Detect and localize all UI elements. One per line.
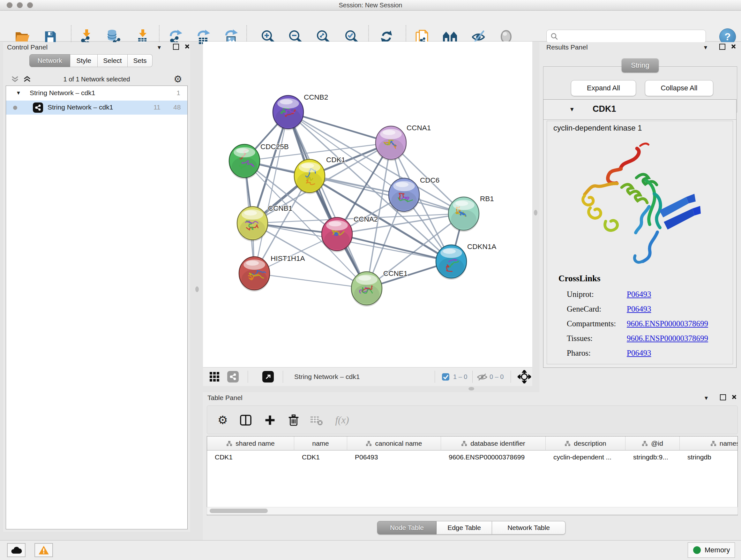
crosslink-link-1[interactable]: P06493 (627, 305, 651, 314)
table-cell[interactable]: CDK1 (207, 450, 294, 464)
node-CDC25B[interactable] (229, 144, 260, 179)
table-cell[interactable]: CDK1 (294, 450, 347, 464)
table-cell[interactable]: stringdb (680, 450, 738, 464)
node-CCNB1[interactable] (237, 206, 268, 241)
network-graph: CCNB2 CCNA1 CDC25B CDK1 (203, 42, 532, 367)
column-header-shared-name[interactable]: shared name (207, 436, 294, 450)
column-tree-icon (366, 441, 372, 446)
close-panel-icon[interactable] (731, 394, 737, 400)
tree-expander-icon[interactable]: ▾ (17, 89, 20, 97)
crosslink-link-2[interactable]: 9606.ENSP00000378699 (627, 319, 708, 328)
function-builder-button[interactable]: f(x) (331, 413, 353, 428)
table-cell[interactable]: 9606.ENSP00000378699 (441, 450, 546, 464)
node-CCNB2[interactable] (273, 96, 304, 130)
warning-status-button[interactable] (35, 543, 53, 557)
table-cell[interactable]: stringdb:9... (625, 450, 680, 464)
tab-sets[interactable]: Sets (128, 54, 152, 67)
hidden-toggle[interactable] (477, 373, 488, 381)
collapse-panel-button[interactable]: ▾ (704, 44, 707, 51)
crosslink-link-3[interactable]: 9606.ENSP00000378699 (627, 334, 708, 343)
gear-icon[interactable]: ⚙ (174, 73, 182, 85)
fx-label: f(x) (335, 415, 349, 426)
edge-CCNB2-HIST1H1A[interactable] (254, 112, 288, 273)
network-canvas[interactable]: CCNB2 CCNA1 CDC25B CDK1 (203, 42, 532, 367)
node-table: shared namename canonical name database … (207, 436, 738, 515)
crosslink-link-4[interactable]: P06493 (627, 349, 651, 358)
collapse-panel-button[interactable]: ▾ (704, 395, 708, 401)
column-header-label: description (574, 440, 606, 447)
right-splitter-handle[interactable] (534, 210, 537, 215)
external-arrow-icon (265, 374, 271, 380)
crosslink-link-0[interactable]: P06493 (627, 290, 651, 299)
table-panel: Table Panel ▾ ⚙ (203, 392, 741, 540)
global-search-field[interactable] (546, 30, 706, 43)
column-header-canonical-name[interactable]: canonical name (347, 436, 441, 450)
selected-checkbox[interactable] (442, 373, 450, 381)
close-panel-icon[interactable] (185, 44, 190, 49)
column-tree-icon (711, 441, 717, 446)
expand-all-button[interactable]: Expand All (571, 80, 636, 96)
node-CDK1[interactable] (294, 159, 325, 194)
birdseye-pan-button[interactable] (518, 370, 531, 383)
close-panel-icon[interactable] (731, 44, 736, 49)
table-cell[interactable]: cyclin-dependent ... (546, 450, 625, 464)
crosslink-row: Pharos:P06493 (567, 346, 726, 361)
column-header-namespace[interactable]: namespace (680, 436, 738, 450)
tab-string[interactable]: String (622, 58, 659, 72)
node-CCNA1[interactable] (375, 126, 407, 161)
table-settings-button[interactable]: ⚙ (215, 413, 230, 428)
crosslink-label: Compartments: (567, 319, 627, 328)
gear-icon: ⚙ (218, 414, 228, 427)
network-collection-row[interactable]: ▾ String Network – cdk1 1 (6, 86, 187, 101)
table-cell[interactable]: P06493 (347, 450, 441, 464)
collapse-panel-button[interactable]: ▾ (158, 44, 161, 51)
create-column-button[interactable] (263, 413, 277, 428)
collapse-all-button[interactable]: Collapse All (645, 80, 713, 96)
column-header--id[interactable]: @id (625, 436, 680, 450)
node-CDC6[interactable] (388, 178, 420, 213)
column-header-label: canonical name (375, 440, 422, 447)
node-label-CCNA1: CCNA1 (407, 124, 431, 132)
column-header-database-identifier[interactable]: database identifier (441, 436, 546, 450)
float-panel-button[interactable] (719, 44, 725, 50)
search-input[interactable] (561, 33, 705, 41)
memory-button[interactable]: Memory (688, 543, 735, 558)
node-HIST1H1A[interactable] (239, 257, 270, 292)
network-badge-button[interactable] (227, 371, 239, 382)
scrollbar-thumb[interactable] (210, 509, 268, 513)
network-label: String Network – cdk1 (48, 104, 113, 111)
tab-network[interactable]: Network (29, 54, 70, 67)
tab-node-table[interactable]: Node Table (377, 521, 436, 535)
tab-style[interactable]: Style (70, 54, 98, 67)
delete-column-button[interactable] (286, 413, 301, 428)
edge-CDK1-RB1[interactable] (310, 176, 464, 213)
tab-edge-table[interactable]: Edge Table (436, 521, 492, 535)
protein-card-header[interactable]: ▾ CDK1 (543, 100, 736, 120)
show-columns-button[interactable] (239, 413, 253, 428)
node-CCNE1[interactable] (351, 272, 382, 307)
node-CDKN1A[interactable] (435, 245, 467, 280)
edge-CCNB2-CCNA1[interactable] (288, 112, 391, 143)
memory-status-dot (693, 546, 701, 554)
column-header-name[interactable]: name (294, 436, 347, 450)
tab-select[interactable]: Select (98, 54, 128, 67)
crosslink-label: Tissues: (567, 334, 627, 343)
node-RB1[interactable] (448, 197, 479, 232)
separator (248, 371, 248, 383)
cloud-status-button[interactable] (7, 543, 25, 557)
network-row-selected[interactable]: String Network – cdk1 11 48 (6, 101, 187, 115)
bottom-splitter-handle[interactable] (468, 387, 474, 390)
delete-table-button-disabled[interactable] (309, 413, 324, 428)
float-panel-button[interactable] (173, 44, 179, 50)
grid-view-button[interactable] (209, 372, 219, 382)
float-panel-button[interactable] (720, 394, 726, 400)
detach-view-button[interactable] (262, 371, 274, 382)
collapse-card-icon[interactable]: ▾ (570, 105, 574, 113)
tab-network-table[interactable]: Network Table (492, 521, 565, 535)
left-splitter-handle[interactable] (195, 287, 199, 292)
separator (472, 371, 473, 383)
node-CCNA2[interactable] (321, 217, 353, 252)
edge-HIST1H1A-CCNE1[interactable] (254, 273, 367, 288)
results-panel: Results Panel ▾ String Expand All Collap… (539, 42, 741, 392)
column-header-description[interactable]: description (546, 436, 625, 450)
